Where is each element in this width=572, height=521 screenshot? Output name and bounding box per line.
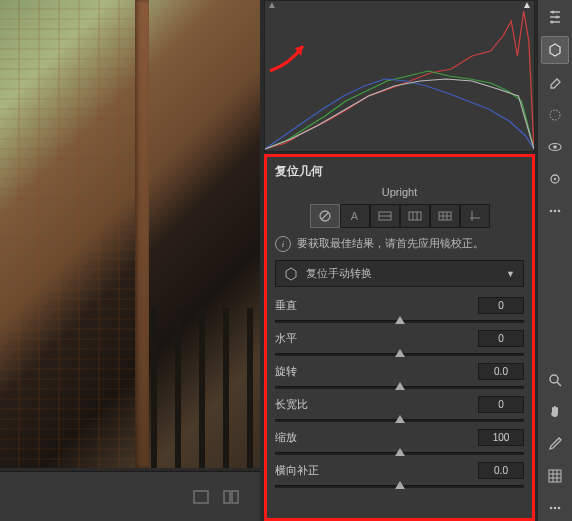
more-icon[interactable] xyxy=(542,495,568,521)
upright-off-button[interactable] xyxy=(310,204,340,228)
slider-track[interactable] xyxy=(275,414,524,426)
svg-point-28 xyxy=(550,210,553,213)
split-icon[interactable] xyxy=(222,488,240,506)
upright-label: Upright xyxy=(275,186,524,198)
svg-point-23 xyxy=(550,110,560,120)
svg-rect-1 xyxy=(224,491,230,503)
svg-point-22 xyxy=(551,21,554,24)
reset-manual-button[interactable]: 复位手动转换 ▼ xyxy=(275,260,524,287)
svg-point-30 xyxy=(558,210,561,213)
slider-value[interactable]: 100 xyxy=(478,429,524,446)
svg-point-27 xyxy=(554,178,556,180)
slider-thumb[interactable] xyxy=(395,448,405,456)
eye-icon[interactable] xyxy=(542,134,568,160)
slider-label: 缩放 xyxy=(275,430,297,445)
svg-point-39 xyxy=(554,507,557,510)
histogram[interactable]: ▲ ▲ xyxy=(264,0,535,152)
slider-thumb[interactable] xyxy=(395,481,405,489)
svg-point-25 xyxy=(553,145,557,149)
panel-title: 复位几何 xyxy=(275,163,524,180)
svg-point-31 xyxy=(550,375,558,383)
slider-5: 横向补正0.0 xyxy=(275,462,524,492)
slider-label: 旋转 xyxy=(275,364,297,379)
geometry-panel: 复位几何 Upright A i 要获取最佳结果，请首先应用镜校正。 复位手动转… xyxy=(264,154,535,521)
slider-thumb[interactable] xyxy=(395,349,405,357)
slider-thumb[interactable] xyxy=(395,316,405,324)
upright-full-button[interactable] xyxy=(430,204,460,228)
right-toolbar xyxy=(537,0,572,521)
dots-icon[interactable] xyxy=(542,198,568,224)
slider-thumb[interactable] xyxy=(395,415,405,423)
info-message: i 要获取最佳结果，请首先应用镜校正。 xyxy=(275,236,524,252)
upright-auto-button[interactable]: A xyxy=(340,204,370,228)
svg-line-32 xyxy=(557,382,561,386)
slider-4: 缩放100 xyxy=(275,429,524,459)
compare-icon[interactable] xyxy=(192,488,210,506)
upright-modes: A xyxy=(275,204,524,228)
slider-track[interactable] xyxy=(275,381,524,393)
svg-rect-8 xyxy=(409,212,421,220)
slider-label: 垂直 xyxy=(275,298,297,313)
hand-icon[interactable] xyxy=(542,399,568,425)
image-preview-area xyxy=(0,0,264,521)
slider-thumb[interactable] xyxy=(395,382,405,390)
slider-2: 旋转0.0 xyxy=(275,363,524,393)
slider-label: 长宽比 xyxy=(275,397,308,412)
slider-track[interactable] xyxy=(275,315,524,327)
slider-label: 水平 xyxy=(275,331,297,346)
grid-icon[interactable] xyxy=(542,463,568,489)
svg-line-5 xyxy=(321,213,328,220)
zoom-icon[interactable] xyxy=(542,367,568,393)
preview-bottom-toolbar xyxy=(0,471,260,521)
slider-value[interactable]: 0 xyxy=(478,396,524,413)
slider-3: 长宽比0 xyxy=(275,396,524,426)
svg-rect-0 xyxy=(194,491,208,503)
svg-point-29 xyxy=(554,210,557,213)
image-preview[interactable] xyxy=(0,0,260,468)
chevron-down-icon: ▼ xyxy=(506,269,515,279)
slider-label: 横向补正 xyxy=(275,463,319,478)
slider-value[interactable]: 0 xyxy=(478,297,524,314)
upright-vertical-button[interactable] xyxy=(400,204,430,228)
upright-guided-button[interactable] xyxy=(460,204,490,228)
slider-track[interactable] xyxy=(275,480,524,492)
radial-icon[interactable] xyxy=(542,102,568,128)
eyedropper-icon[interactable] xyxy=(542,431,568,457)
svg-point-20 xyxy=(552,11,555,14)
slider-track[interactable] xyxy=(275,447,524,459)
slider-value[interactable]: 0 xyxy=(478,330,524,347)
slider-1: 水平0 xyxy=(275,330,524,360)
svg-point-38 xyxy=(550,507,553,510)
slider-value[interactable]: 0.0 xyxy=(478,462,524,479)
slider-0: 垂直0 xyxy=(275,297,524,327)
transform-icon[interactable] xyxy=(541,36,569,64)
eraser-icon[interactable] xyxy=(542,70,568,96)
svg-rect-33 xyxy=(549,470,561,482)
slider-track[interactable] xyxy=(275,348,524,360)
sliders-icon[interactable] xyxy=(542,4,568,30)
brush-icon[interactable] xyxy=(542,166,568,192)
slider-value[interactable]: 0.0 xyxy=(478,363,524,380)
upright-level-button[interactable] xyxy=(370,204,400,228)
svg-rect-2 xyxy=(232,491,238,503)
info-icon: i xyxy=(275,236,291,252)
svg-point-40 xyxy=(558,507,561,510)
svg-point-21 xyxy=(556,16,559,19)
